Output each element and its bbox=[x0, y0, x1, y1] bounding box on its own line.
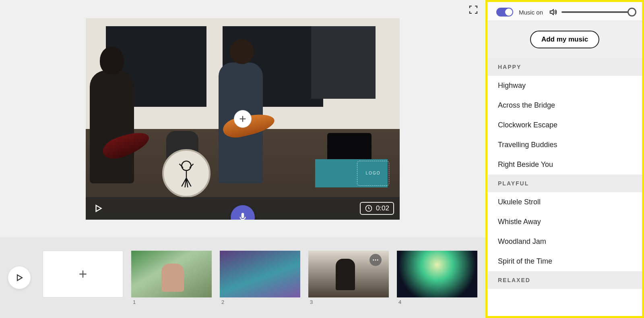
clip-index-label: 3 bbox=[308, 299, 389, 305]
timeline-play-button[interactable] bbox=[8, 266, 31, 289]
clip-index-label: 2 bbox=[220, 299, 300, 305]
timeline-clip[interactable]: 1 bbox=[131, 251, 212, 305]
timeline: 1234 bbox=[0, 237, 485, 318]
stage-wrap: LOGO 0:02 bbox=[0, 0, 485, 237]
clip-thumbnail bbox=[131, 251, 212, 297]
svg-point-3 bbox=[373, 259, 374, 260]
clip-duration-value: 0:02 bbox=[376, 204, 389, 212]
svg-point-5 bbox=[377, 259, 378, 260]
track-item[interactable]: Woodland Jam bbox=[487, 232, 642, 251]
video-preview: LOGO 0:02 bbox=[86, 18, 400, 220]
add-clip-tile[interactable] bbox=[43, 251, 123, 297]
svg-point-4 bbox=[375, 259, 376, 260]
svg-point-0 bbox=[182, 161, 191, 170]
track-item[interactable]: Travelling Buddies bbox=[487, 135, 642, 155]
track-list-scroll[interactable]: HAPPYHighwayAcross the BridgeClockwork E… bbox=[487, 58, 642, 316]
music-panel-header: Music on bbox=[487, 2, 642, 21]
svg-rect-2 bbox=[242, 213, 244, 218]
track-item[interactable]: Across the Bridge bbox=[487, 96, 642, 115]
clip-more-icon[interactable] bbox=[369, 254, 382, 266]
music-toggle[interactable] bbox=[496, 8, 513, 17]
track-category-header: HAPPY bbox=[487, 58, 642, 76]
track-item[interactable]: Clockwork Escape bbox=[487, 115, 642, 135]
track-item[interactable]: Whistle Away bbox=[487, 212, 642, 232]
play-button[interactable] bbox=[91, 202, 105, 215]
add-music-row: Add my music bbox=[487, 21, 642, 58]
logo-placeholder-text: LOGO bbox=[366, 171, 381, 175]
volume-slider[interactable] bbox=[561, 11, 633, 13]
track-item[interactable]: Highway bbox=[487, 76, 642, 96]
add-my-music-button[interactable]: Add my music bbox=[530, 31, 599, 48]
volume-icon[interactable] bbox=[549, 8, 557, 17]
timeline-clip[interactable]: 4 bbox=[397, 251, 477, 305]
clip-index-label: 4 bbox=[397, 299, 477, 305]
clip-thumbnail bbox=[220, 251, 300, 297]
track-category-header: RELAXED bbox=[487, 271, 642, 289]
add-media-button[interactable] bbox=[234, 110, 252, 128]
logo-placeholder[interactable]: LOGO bbox=[357, 161, 389, 186]
clip-thumbnail bbox=[397, 251, 477, 297]
clip-duration-button[interactable]: 0:02 bbox=[360, 202, 394, 215]
track-category-header: PLAYFUL bbox=[487, 175, 642, 192]
music-panel: Music on Add my music HAPPYHighwayAcross… bbox=[485, 0, 644, 318]
track-item[interactable]: Spirit of the Time bbox=[487, 251, 642, 271]
clip-row: 1234 bbox=[43, 251, 477, 305]
volume-control bbox=[549, 8, 633, 17]
track-item[interactable]: Right Beside You bbox=[487, 155, 642, 175]
main-stage-area: LOGO 0:02 bbox=[0, 0, 485, 318]
timeline-clip[interactable]: 3 bbox=[308, 251, 389, 305]
timeline-clip[interactable]: 2 bbox=[220, 251, 300, 305]
clip-index-label: 1 bbox=[131, 299, 212, 305]
music-toggle-label: Music on bbox=[519, 9, 543, 16]
fullscreen-icon[interactable] bbox=[469, 5, 478, 15]
track-item[interactable]: Ukulele Stroll bbox=[487, 192, 642, 212]
